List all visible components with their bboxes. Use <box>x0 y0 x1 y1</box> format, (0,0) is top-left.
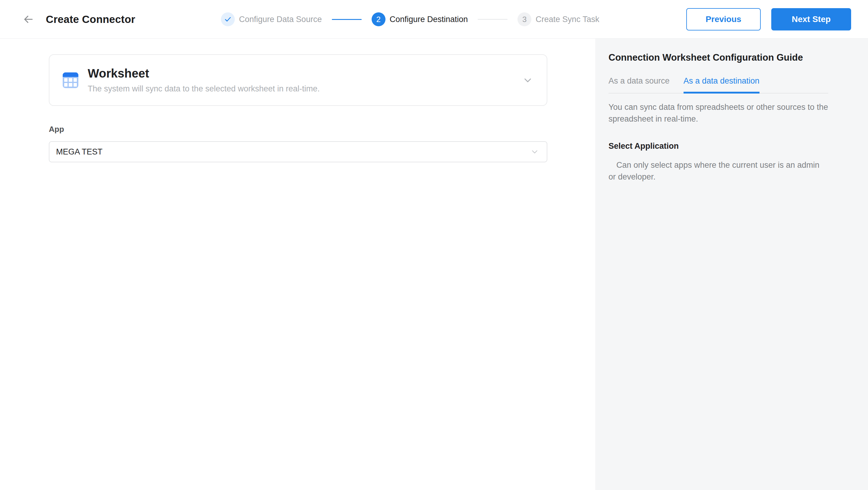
app-select[interactable]: MEGA TEST <box>49 141 547 162</box>
app-select-value: MEGA TEST <box>56 147 102 156</box>
app-field: App MEGA TEST <box>49 125 547 162</box>
create-connector-page: Create Connector Configure Data Source 2… <box>0 0 868 490</box>
guide-panel: Connection Worksheet Configuration Guide… <box>595 39 868 490</box>
arrow-left-icon <box>23 13 34 25</box>
header-actions: Previous Next Step <box>686 8 868 30</box>
next-step-button[interactable]: Next Step <box>771 8 851 30</box>
page-body: Worksheet The system will sync data to t… <box>0 39 868 490</box>
step-configure-data-source[interactable]: Configure Data Source <box>221 12 322 26</box>
step-connector-line-pending <box>478 19 507 20</box>
tab-as-data-source[interactable]: As a data source <box>609 76 670 93</box>
step-create-sync-task[interactable]: 3 Create Sync Task <box>518 12 599 26</box>
connector-card-text: Worksheet The system will sync data to t… <box>88 67 320 93</box>
main-content: Worksheet The system will sync data to t… <box>0 39 595 490</box>
tab-as-data-destination[interactable]: As a data destination <box>684 76 760 93</box>
header-left: Create Connector <box>0 11 135 28</box>
connector-type-card[interactable]: Worksheet The system will sync data to t… <box>49 54 547 106</box>
step-indicator: Configure Data Source 2 Configure Destin… <box>221 0 599 39</box>
step-done-circle <box>221 12 235 26</box>
step-label: Create Sync Task <box>535 15 599 24</box>
page-title: Create Connector <box>46 13 135 25</box>
step-connector-line-done <box>332 19 362 20</box>
connector-title: Worksheet <box>88 67 320 80</box>
check-icon <box>224 16 232 23</box>
step-label: Configure Destination <box>390 15 468 24</box>
worksheet-icon-header <box>63 73 79 77</box>
guide-section-note: Can only select apps where the current u… <box>609 159 828 183</box>
step-configure-destination[interactable]: 2 Configure Destination <box>372 12 468 26</box>
worksheet-icon <box>63 73 79 88</box>
guide-intro: You can sync data from spreadsheets or o… <box>609 102 828 125</box>
step-number-circle: 2 <box>372 12 385 26</box>
app-field-label: App <box>49 125 547 134</box>
chevron-down-icon <box>530 148 539 156</box>
previous-button[interactable]: Previous <box>686 8 761 30</box>
connector-description: The system will sync data to the selecte… <box>88 84 320 93</box>
guide-title: Connection Worksheet Configuration Guide <box>609 52 828 64</box>
step-label: Configure Data Source <box>239 15 322 24</box>
chevron-down-icon <box>523 75 533 85</box>
worksheet-icon-grid <box>63 77 79 88</box>
step-number-circle: 3 <box>518 12 531 26</box>
guide-tabs: As a data source As a data destination <box>609 76 828 93</box>
guide-section-title: Select Application <box>609 142 828 151</box>
back-button[interactable] <box>20 11 37 28</box>
header: Create Connector Configure Data Source 2… <box>0 0 868 39</box>
